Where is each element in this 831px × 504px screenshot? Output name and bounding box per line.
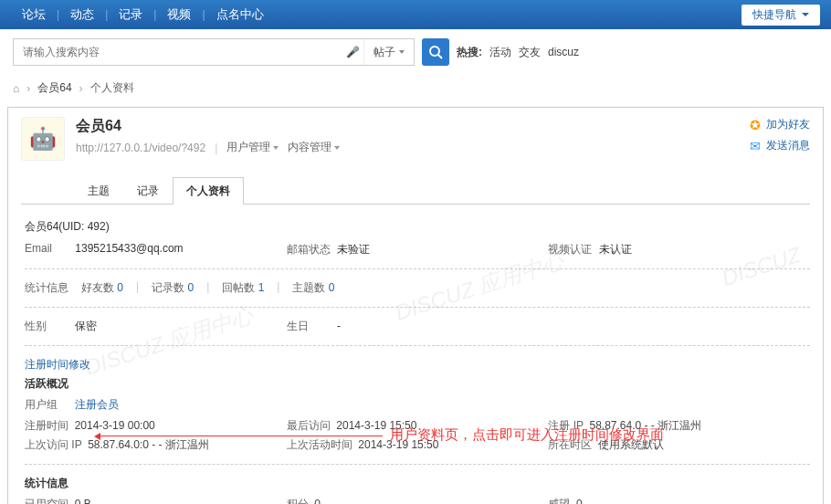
profile-url: http://127.0.0.1/video/?492 bbox=[76, 142, 205, 154]
records-count: 0 bbox=[188, 281, 195, 294]
profile-card: 🤖 会员64 http://127.0.0.1/video/?492 | 用户管… bbox=[7, 107, 824, 504]
videocert-label: 视频认证 bbox=[548, 242, 595, 257]
hot-link[interactable]: 交友 bbox=[519, 45, 541, 60]
home-icon[interactable]: ⌂ bbox=[13, 82, 19, 95]
mail-icon: ✉ bbox=[750, 139, 761, 153]
lastip-value: 58.87.64.0:0 - - 浙江温州 bbox=[88, 438, 209, 451]
search-button[interactable] bbox=[422, 38, 449, 66]
add-friend-button[interactable]: ✪加为好友 bbox=[750, 117, 810, 132]
mic-icon[interactable]: 🎤 bbox=[342, 39, 363, 65]
search-icon bbox=[428, 45, 443, 59]
birthday-value: - bbox=[337, 320, 341, 332]
usergroup-label: 用户组 bbox=[25, 397, 72, 413]
usergroup-row: 用户组 注册会员 bbox=[25, 397, 810, 413]
svg-line-1 bbox=[438, 55, 442, 58]
chevron-down-icon bbox=[334, 146, 340, 150]
regtime-value: 2014-3-19 00:00 bbox=[75, 419, 155, 432]
tab-topics[interactable]: 主题 bbox=[74, 177, 123, 205]
breadcrumb-page: 个人资料 bbox=[90, 80, 134, 96]
friends-count: 0 bbox=[117, 281, 123, 294]
tab-records[interactable]: 记录 bbox=[123, 177, 173, 205]
space-value: 0 B bbox=[75, 498, 91, 504]
breadcrumb: ⌂ › 会员64 › 个人资料 bbox=[0, 75, 831, 101]
chevron-down-icon bbox=[273, 146, 279, 150]
user-manage-dropdown[interactable]: 用户管理 bbox=[226, 140, 279, 155]
birthday-label: 生日 bbox=[287, 319, 334, 334]
activity-title: 活跃概况 bbox=[25, 376, 810, 392]
annotation-arrow bbox=[100, 436, 383, 436]
stats-title: 统计信息 bbox=[25, 476, 810, 491]
hot-link[interactable]: 活动 bbox=[489, 45, 511, 60]
stats-line: 统计信息 好友数 0 | 记录数 0 | 回帖数 1 | 主题数 0 bbox=[25, 280, 810, 296]
topics-count: 0 bbox=[329, 281, 335, 294]
search-input[interactable] bbox=[14, 39, 342, 65]
nav-rollcall[interactable]: 点名中心 bbox=[205, 0, 275, 29]
credits-value: 0 bbox=[314, 498, 321, 504]
nav-records[interactable]: 记录 bbox=[108, 0, 153, 29]
nav-forum[interactable]: 论坛 bbox=[11, 0, 57, 29]
annotation-text: 用户资料页，点击即可进入注册时间修改界面 bbox=[390, 426, 664, 444]
profile-tabs: 主题 记录 个人资料 bbox=[21, 177, 810, 205]
profile-actions: ✪加为好友 ✉发送消息 bbox=[750, 117, 810, 159]
send-message-button[interactable]: ✉发送消息 bbox=[750, 138, 810, 153]
gender-label: 性别 bbox=[25, 319, 72, 334]
email-label: Email bbox=[25, 242, 72, 255]
avatar[interactable]: 🤖 bbox=[21, 117, 65, 161]
nav-video[interactable]: 视频 bbox=[156, 0, 202, 29]
profile-url-row: http://127.0.0.1/video/?492 | 用户管理 内容管理 bbox=[76, 140, 340, 155]
videocert-value: 未认证 bbox=[599, 243, 632, 256]
content-manage-dropdown[interactable]: 内容管理 bbox=[288, 140, 340, 155]
chevron-right-icon: › bbox=[26, 82, 30, 95]
email-value: 1395215433@qq.com bbox=[75, 242, 183, 255]
stats-label: 统计信息 bbox=[25, 280, 68, 296]
profile-header: 🤖 会员64 http://127.0.0.1/video/?492 | 用户管… bbox=[21, 117, 810, 161]
info-row: Email 1395215433@qq.com 邮箱状态 未验证 视频认证 未认… bbox=[25, 242, 810, 257]
search-scope-select[interactable]: 帖子 bbox=[363, 39, 414, 65]
info-row: 性别 保密 生日 - bbox=[25, 319, 810, 334]
profile-name: 会员64 bbox=[76, 117, 340, 136]
top-nav: 论坛| 动态| 记录| 视频| 点名中心 快捷导航 bbox=[0, 0, 831, 29]
hot-search: 热搜: 活动 交友 discuz bbox=[457, 45, 579, 60]
star-icon: ✪ bbox=[750, 118, 761, 132]
tab-profile[interactable]: 个人资料 bbox=[173, 177, 244, 205]
profile-content: 会员64(UID: 492) Email 1395215433@qq.com 邮… bbox=[21, 205, 810, 504]
chevron-down-icon bbox=[802, 13, 809, 16]
breadcrumb-user[interactable]: 会员64 bbox=[37, 80, 71, 96]
quicknav-label: 快捷导航 bbox=[752, 7, 796, 23]
gender-value: 保密 bbox=[75, 320, 97, 332]
chevron-right-icon: › bbox=[79, 82, 83, 95]
quicknav-button[interactable]: 快捷导航 bbox=[742, 5, 820, 26]
search-box: 🎤 帖子 bbox=[13, 38, 415, 66]
hot-label: 热搜: bbox=[457, 45, 482, 60]
nav-activity[interactable]: 动态 bbox=[59, 0, 105, 29]
replies-count: 1 bbox=[258, 281, 265, 294]
prestige-value: 0 bbox=[576, 498, 583, 504]
uid-line: 会员64(UID: 492) bbox=[25, 219, 810, 235]
search-bar: 🎤 帖子 热搜: 活动 交友 discuz bbox=[0, 29, 831, 75]
chevron-down-icon bbox=[399, 50, 405, 54]
svg-point-0 bbox=[430, 47, 439, 56]
mailstatus-value: 未验证 bbox=[337, 243, 370, 256]
usergroup-link[interactable]: 注册会员 bbox=[75, 398, 119, 411]
edit-regtime-link[interactable]: 注册时间修改 bbox=[25, 357, 90, 373]
info-row: 已用空间 0 B 积分 0 威望 0 bbox=[25, 497, 810, 504]
mailstatus-label: 邮箱状态 bbox=[287, 242, 334, 257]
hot-link[interactable]: discuz bbox=[548, 46, 579, 58]
